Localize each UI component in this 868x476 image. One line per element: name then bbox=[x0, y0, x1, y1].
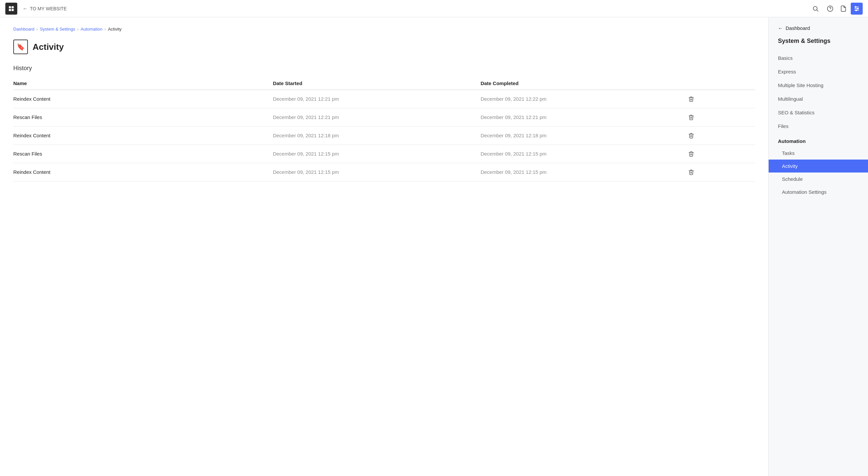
breadcrumb-sep-1: › bbox=[36, 27, 38, 32]
sidebar-subitem-automation-settings[interactable]: Automation Settings bbox=[769, 185, 868, 199]
row-date-started: December 09, 2021 12:21 pm bbox=[273, 90, 480, 108]
delete-button[interactable] bbox=[688, 169, 694, 175]
sidebar-item-files[interactable]: Files bbox=[769, 119, 868, 133]
page-title: Activity bbox=[33, 42, 64, 52]
row-date-started: December 09, 2021 12:18 pm bbox=[273, 127, 480, 145]
breadcrumb-system-settings[interactable]: System & Settings bbox=[40, 27, 75, 32]
page-title-row: 🔖 Activity bbox=[13, 39, 755, 54]
sidebar-item-multiple-site-hosting[interactable]: Multiple Site Hosting bbox=[769, 79, 868, 92]
app-logo bbox=[5, 3, 17, 14]
row-date-completed: December 09, 2021 12:18 pm bbox=[480, 127, 688, 145]
sidebar-item-express[interactable]: Express bbox=[769, 65, 868, 79]
col-name: Name bbox=[13, 77, 273, 90]
sidebar-back-arrow: ← bbox=[778, 25, 783, 31]
sidebar-group-title: Automation bbox=[769, 133, 868, 147]
history-section-title: History bbox=[13, 65, 755, 72]
svg-rect-2 bbox=[9, 9, 11, 11]
row-date-completed: December 09, 2021 12:22 pm bbox=[480, 90, 688, 108]
breadcrumb-dashboard[interactable]: Dashboard bbox=[13, 27, 35, 32]
sidebar-item-multilingual[interactable]: Multilingual bbox=[769, 92, 868, 106]
row-date-started: December 09, 2021 12:15 pm bbox=[273, 163, 480, 181]
svg-point-12 bbox=[857, 8, 858, 9]
svg-line-5 bbox=[817, 10, 818, 11]
sidebar-item-seo-&-statistics[interactable]: SEO & Statistics bbox=[769, 106, 868, 119]
delete-button[interactable] bbox=[688, 132, 694, 139]
row-delete-cell bbox=[688, 163, 755, 181]
header: ← TO MY WEBSITE bbox=[0, 0, 868, 17]
row-name: Rescan Files bbox=[13, 145, 273, 163]
back-arrow-icon: ← bbox=[23, 6, 28, 12]
main-layout: Dashboard › System & Settings › Automati… bbox=[0, 17, 868, 476]
breadcrumb-automation[interactable]: Automation bbox=[81, 27, 103, 32]
pages-button[interactable] bbox=[837, 3, 849, 14]
col-date-completed: Date Completed bbox=[480, 77, 688, 90]
table-row: Reindex ContentDecember 09, 2021 12:15 p… bbox=[13, 163, 755, 181]
row-date-completed: December 09, 2021 12:15 pm bbox=[480, 163, 688, 181]
svg-point-4 bbox=[813, 6, 817, 10]
row-name: Reindex Content bbox=[13, 163, 273, 181]
breadcrumb-sep-2: › bbox=[77, 27, 79, 32]
page-title-icon: 🔖 bbox=[13, 39, 28, 54]
sidebar-subitem-activity[interactable]: Activity bbox=[769, 159, 868, 173]
row-delete-cell bbox=[688, 145, 755, 163]
content-area: Dashboard › System & Settings › Automati… bbox=[0, 17, 768, 476]
delete-button[interactable] bbox=[688, 114, 694, 120]
svg-point-13 bbox=[856, 10, 857, 11]
table-row: Rescan FilesDecember 09, 2021 12:15 pmDe… bbox=[13, 145, 755, 163]
col-actions bbox=[688, 77, 755, 90]
row-date-started: December 09, 2021 12:15 pm bbox=[273, 145, 480, 163]
breadcrumb-sep-3: › bbox=[104, 27, 106, 32]
delete-button[interactable] bbox=[688, 151, 694, 157]
row-delete-cell bbox=[688, 127, 755, 145]
table-row: Reindex ContentDecember 09, 2021 12:21 p… bbox=[13, 90, 755, 108]
row-name: Rescan Files bbox=[13, 108, 273, 127]
sidebar-back-label: Dashboard bbox=[785, 25, 810, 31]
row-date-completed: December 09, 2021 12:15 pm bbox=[480, 145, 688, 163]
row-date-completed: December 09, 2021 12:21 pm bbox=[480, 108, 688, 127]
history-table: Name Date Started Date Completed Reindex… bbox=[13, 77, 755, 181]
row-name: Reindex Content bbox=[13, 127, 273, 145]
delete-button[interactable] bbox=[688, 96, 694, 102]
sidebar: ← Dashboard System & Settings BasicsExpr… bbox=[768, 17, 868, 476]
row-delete-cell bbox=[688, 108, 755, 127]
table-row: Rescan FilesDecember 09, 2021 12:21 pmDe… bbox=[13, 108, 755, 127]
settings-button[interactable] bbox=[851, 3, 863, 14]
row-date-started: December 09, 2021 12:21 pm bbox=[273, 108, 480, 127]
svg-rect-0 bbox=[9, 6, 11, 8]
row-delete-cell bbox=[688, 90, 755, 108]
sidebar-subitem-schedule[interactable]: Schedule bbox=[769, 173, 868, 185]
svg-rect-3 bbox=[12, 9, 13, 11]
sidebar-item-basics[interactable]: Basics bbox=[769, 51, 868, 65]
col-date-started: Date Started bbox=[273, 77, 480, 90]
svg-point-11 bbox=[855, 6, 856, 7]
sidebar-subitem-tasks[interactable]: Tasks bbox=[769, 147, 868, 159]
back-to-website-button[interactable]: ← TO MY WEBSITE bbox=[23, 6, 809, 12]
svg-rect-1 bbox=[12, 6, 13, 8]
header-icons bbox=[824, 3, 863, 14]
back-label: TO MY WEBSITE bbox=[30, 6, 67, 11]
sidebar-back-button[interactable]: ← Dashboard bbox=[769, 25, 868, 37]
table-row: Reindex ContentDecember 09, 2021 12:18 p… bbox=[13, 127, 755, 145]
search-button[interactable] bbox=[809, 3, 822, 14]
sidebar-section-title: System & Settings bbox=[769, 37, 868, 51]
row-name: Reindex Content bbox=[13, 90, 273, 108]
breadcrumb: Dashboard › System & Settings › Automati… bbox=[13, 27, 755, 32]
help-button[interactable] bbox=[824, 3, 836, 14]
breadcrumb-current: Activity bbox=[108, 27, 122, 32]
